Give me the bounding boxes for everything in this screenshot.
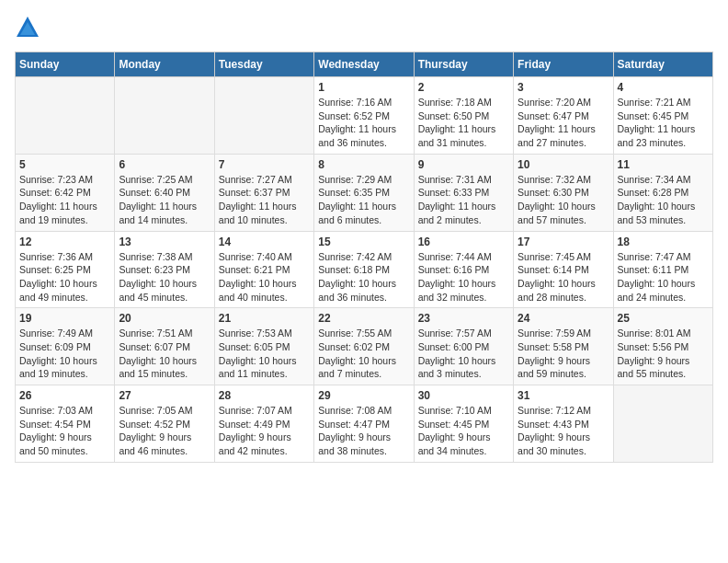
calendar-cell: 25Sunrise: 8:01 AM Sunset: 5:56 PM Dayli… [613,308,712,385]
calendar-cell: 14Sunrise: 7:40 AM Sunset: 6:21 PM Dayli… [214,231,313,308]
calendar-cell: 18Sunrise: 7:47 AM Sunset: 6:11 PM Dayli… [613,231,712,308]
calendar-cell: 23Sunrise: 7:57 AM Sunset: 6:00 PM Dayli… [414,308,513,385]
day-number: 20 [119,312,210,325]
day-info: Sunrise: 7:51 AM Sunset: 6:07 PM Dayligh… [119,327,210,381]
day-info: Sunrise: 7:55 AM Sunset: 6:02 PM Dayligh… [318,327,409,381]
day-number: 14 [219,236,310,248]
day-info: Sunrise: 7:42 AM Sunset: 6:18 PM Dayligh… [318,250,409,304]
day-number: 15 [318,236,409,248]
calendar-cell: 2Sunrise: 7:18 AM Sunset: 6:50 PM Daylig… [414,77,513,155]
calendar-header-row: SundayMondayTuesdayWednesdayThursdayFrid… [16,52,713,77]
day-number: 8 [318,158,409,171]
calendar-day-header: Wednesday [314,52,414,77]
page-header [15,15,713,40]
calendar-cell: 17Sunrise: 7:45 AM Sunset: 6:14 PM Dayli… [514,231,613,308]
day-number: 17 [518,236,609,248]
calendar-cell: 31Sunrise: 7:12 AM Sunset: 4:43 PM Dayli… [514,385,613,463]
calendar-day-header: Friday [514,52,613,77]
day-number: 16 [418,236,509,248]
calendar-cell: 20Sunrise: 7:51 AM Sunset: 6:07 PM Dayli… [115,308,214,385]
day-number: 24 [518,312,609,325]
day-number: 21 [219,312,310,325]
day-info: Sunrise: 7:03 AM Sunset: 4:54 PM Dayligh… [19,404,110,458]
day-info: Sunrise: 7:49 AM Sunset: 6:09 PM Dayligh… [19,327,110,381]
day-info: Sunrise: 7:20 AM Sunset: 6:47 PM Dayligh… [518,96,609,150]
day-info: Sunrise: 7:38 AM Sunset: 6:23 PM Dayligh… [119,250,210,304]
calendar-day-header: Tuesday [214,52,313,77]
calendar-cell: 9Sunrise: 7:31 AM Sunset: 6:33 PM Daylig… [414,154,513,231]
day-number: 31 [518,389,609,402]
day-info: Sunrise: 7:29 AM Sunset: 6:35 PM Dayligh… [318,173,409,227]
calendar-day-header: Thursday [414,52,513,77]
day-info: Sunrise: 7:47 AM Sunset: 6:11 PM Dayligh… [618,250,709,304]
calendar-week-row: 5Sunrise: 7:23 AM Sunset: 6:42 PM Daylig… [16,154,713,231]
day-info: Sunrise: 8:01 AM Sunset: 5:56 PM Dayligh… [618,327,709,381]
day-info: Sunrise: 7:08 AM Sunset: 4:47 PM Dayligh… [318,404,409,458]
day-number: 26 [19,389,110,402]
day-info: Sunrise: 7:05 AM Sunset: 4:52 PM Dayligh… [119,404,210,458]
day-number: 18 [618,236,709,248]
day-info: Sunrise: 7:16 AM Sunset: 6:52 PM Dayligh… [318,96,409,150]
calendar-cell: 13Sunrise: 7:38 AM Sunset: 6:23 PM Dayli… [115,231,214,308]
calendar-cell: 10Sunrise: 7:32 AM Sunset: 6:30 PM Dayli… [514,154,613,231]
day-info: Sunrise: 7:57 AM Sunset: 6:00 PM Dayligh… [418,327,509,381]
calendar-cell: 5Sunrise: 7:23 AM Sunset: 6:42 PM Daylig… [16,154,115,231]
day-number: 12 [19,236,110,248]
calendar-cell: 19Sunrise: 7:49 AM Sunset: 6:09 PM Dayli… [16,308,115,385]
logo [15,15,44,40]
day-number: 10 [518,158,609,171]
calendar-table: SundayMondayTuesdayWednesdayThursdayFrid… [15,52,713,463]
day-info: Sunrise: 7:40 AM Sunset: 6:21 PM Dayligh… [219,250,310,304]
calendar-cell: 27Sunrise: 7:05 AM Sunset: 4:52 PM Dayli… [115,385,214,463]
calendar-cell: 11Sunrise: 7:34 AM Sunset: 6:28 PM Dayli… [613,154,712,231]
calendar-day-header: Saturday [613,52,712,77]
calendar-cell: 12Sunrise: 7:36 AM Sunset: 6:25 PM Dayli… [16,231,115,308]
day-info: Sunrise: 7:59 AM Sunset: 5:58 PM Dayligh… [518,327,609,381]
calendar-cell: 7Sunrise: 7:27 AM Sunset: 6:37 PM Daylig… [214,154,313,231]
day-info: Sunrise: 7:31 AM Sunset: 6:33 PM Dayligh… [418,173,509,227]
day-info: Sunrise: 7:45 AM Sunset: 6:14 PM Dayligh… [518,250,609,304]
day-number: 6 [119,158,210,171]
calendar-cell [115,77,214,155]
day-info: Sunrise: 7:21 AM Sunset: 6:45 PM Dayligh… [618,96,709,150]
day-number: 25 [618,312,709,325]
day-info: Sunrise: 7:23 AM Sunset: 6:42 PM Dayligh… [19,173,110,227]
day-number: 5 [19,158,110,171]
calendar-cell: 6Sunrise: 7:25 AM Sunset: 6:40 PM Daylig… [115,154,214,231]
calendar-cell [214,77,313,155]
calendar-cell: 15Sunrise: 7:42 AM Sunset: 6:18 PM Dayli… [314,231,414,308]
calendar-week-row: 1Sunrise: 7:16 AM Sunset: 6:52 PM Daylig… [16,77,713,155]
calendar-cell: 21Sunrise: 7:53 AM Sunset: 6:05 PM Dayli… [214,308,313,385]
calendar-cell [613,385,712,463]
calendar-cell: 28Sunrise: 7:07 AM Sunset: 4:49 PM Dayli… [214,385,313,463]
day-number: 3 [518,81,609,94]
day-info: Sunrise: 7:25 AM Sunset: 6:40 PM Dayligh… [119,173,210,227]
calendar-week-row: 19Sunrise: 7:49 AM Sunset: 6:09 PM Dayli… [16,308,713,385]
day-number: 27 [119,389,210,402]
calendar-cell: 24Sunrise: 7:59 AM Sunset: 5:58 PM Dayli… [514,308,613,385]
day-info: Sunrise: 7:32 AM Sunset: 6:30 PM Dayligh… [518,173,609,227]
day-number: 22 [318,312,409,325]
day-info: Sunrise: 7:27 AM Sunset: 6:37 PM Dayligh… [219,173,310,227]
day-info: Sunrise: 7:36 AM Sunset: 6:25 PM Dayligh… [19,250,110,304]
calendar-week-row: 26Sunrise: 7:03 AM Sunset: 4:54 PM Dayli… [16,385,713,463]
logo-icon [15,15,40,40]
day-number: 7 [219,158,310,171]
day-info: Sunrise: 7:07 AM Sunset: 4:49 PM Dayligh… [219,404,310,458]
calendar-cell: 26Sunrise: 7:03 AM Sunset: 4:54 PM Dayli… [16,385,115,463]
calendar-cell: 1Sunrise: 7:16 AM Sunset: 6:52 PM Daylig… [314,77,414,155]
calendar-cell: 8Sunrise: 7:29 AM Sunset: 6:35 PM Daylig… [314,154,414,231]
calendar-cell: 29Sunrise: 7:08 AM Sunset: 4:47 PM Dayli… [314,385,414,463]
day-number: 4 [618,81,709,94]
calendar-day-header: Monday [115,52,214,77]
day-info: Sunrise: 7:10 AM Sunset: 4:45 PM Dayligh… [418,404,509,458]
day-info: Sunrise: 7:44 AM Sunset: 6:16 PM Dayligh… [418,250,509,304]
day-number: 11 [618,158,709,171]
day-number: 1 [318,81,409,94]
day-number: 29 [318,389,409,402]
calendar-cell [16,77,115,155]
day-number: 28 [219,389,310,402]
day-number: 19 [19,312,110,325]
calendar-cell: 3Sunrise: 7:20 AM Sunset: 6:47 PM Daylig… [514,77,613,155]
day-number: 23 [418,312,509,325]
